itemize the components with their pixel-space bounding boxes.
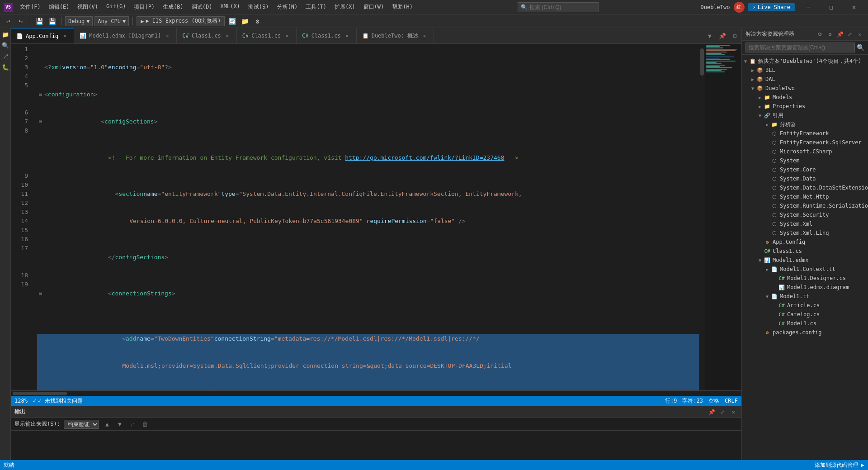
debug-config-dropdown[interactable]: Debug ▼ [65, 16, 93, 26]
tree-item-ms-csharp[interactable]: ⬡ Microsoft.CSharp [742, 147, 868, 156]
activity-explorer-icon[interactable]: 📁 [1, 30, 10, 39]
fold-5[interactable] [37, 190, 44, 208]
solution-sync-button[interactable]: ⟳ [816, 30, 825, 39]
output-up-icon[interactable]: ▲ [103, 420, 112, 429]
tab-class1-3-close[interactable]: ✕ [344, 32, 351, 39]
menu-view[interactable]: 视图(V) [74, 2, 102, 12]
menu-analyze[interactable]: 分析(N) [274, 2, 302, 12]
menu-test[interactable]: 测试(S) [245, 2, 273, 12]
user-avatar[interactable]: 红 [734, 2, 745, 13]
tree-item-designer-cs[interactable]: C# Model1.Designer.cs [742, 274, 868, 283]
tree-item-system-xmllinq[interactable]: ⬡ System.Xml.Linq [742, 228, 868, 237]
tree-item-system-data[interactable]: ⬡ System.Data [742, 174, 868, 183]
menu-window[interactable]: 窗口(W) [360, 2, 388, 12]
tree-item-system-security[interactable]: ⬡ System.Security [742, 210, 868, 219]
minimize-button[interactable]: ─ [798, 0, 819, 14]
solution-arrow-icon[interactable]: ▼ [742, 59, 749, 64]
tree-item-ef-sql[interactable]: ⬡ EntityFramework.SqlServer [742, 138, 868, 147]
menu-help[interactable]: 帮助(H) [388, 2, 416, 12]
menu-extensions[interactable]: 扩展(X) [331, 2, 359, 12]
output-source-select[interactable]: 约束验证 [64, 420, 99, 429]
model1edmx-arrow-icon[interactable]: ▼ [756, 258, 764, 263]
dal-arrow-icon[interactable]: ▶ [749, 77, 756, 82]
refs-arrow-icon[interactable]: ▼ [756, 113, 764, 118]
output-expand-button[interactable]: ⤢ [718, 408, 727, 417]
output-pin-button[interactable]: 📌 [707, 408, 716, 417]
tab-appconfig[interactable]: 📄 App.Config ✕ [11, 28, 74, 44]
fold-8[interactable] [37, 334, 44, 352]
analyzer-arrow-icon[interactable]: ▶ [764, 122, 771, 127]
no-issues-badge[interactable]: ✓ ✓ 未找到相关问题 [33, 397, 83, 405]
horizontal-scrollbar[interactable] [11, 390, 741, 396]
output-clear-icon[interactable]: 🗑 [141, 420, 150, 429]
tab-class1-1-close[interactable]: ✕ [224, 32, 231, 39]
settings-button[interactable]: ⚙ [252, 16, 263, 27]
tree-item-edmx-diagram[interactable]: 📊 Model1.edmx.diagram [742, 283, 868, 292]
run-button[interactable]: ▶ ▶ IIS Express (QQ浏览器) [137, 16, 225, 26]
tree-item-system-dataset[interactable]: ⬡ System.Data.DataSetExtensions [742, 183, 868, 192]
menu-git[interactable]: Git(G) [103, 2, 129, 12]
menu-build[interactable]: 生成(B) [159, 2, 187, 12]
tab-class1-2-close[interactable]: ✕ [283, 32, 291, 39]
tab-edmx-close[interactable]: ✕ [164, 32, 171, 39]
tree-item-appconfig[interactable]: ⚙ App.Config [742, 237, 868, 247]
activity-git-icon[interactable]: ⎇ [1, 52, 10, 61]
output-close-button[interactable]: ✕ [729, 408, 738, 417]
tree-item-article-cs[interactable]: C# Article.cs [742, 301, 868, 310]
tree-item-model1edmx[interactable]: ▼ 📊 Model1.edmx [742, 256, 868, 265]
tree-item-solution[interactable]: ▼ 📋 解决方案'DuebleTwo'(4个项目，共4个) [742, 57, 868, 66]
tree-item-class1[interactable]: C# Class1.cs [742, 247, 868, 256]
tree-item-refs[interactable]: ▼ 🔗 引用 [742, 111, 868, 120]
vertical-scrollbar[interactable] [699, 44, 705, 390]
code-text[interactable]: <?xml version="1.0" encoding="utf-8"?> ⊟… [33, 44, 699, 390]
menu-edit[interactable]: 编辑(E) [45, 2, 73, 12]
model1-tt-arrow-icon[interactable]: ▼ [764, 294, 771, 299]
menu-project[interactable]: 项目(P) [130, 2, 158, 12]
bll-arrow-icon[interactable]: ▶ [749, 68, 756, 73]
output-down-icon[interactable]: ▼ [115, 420, 124, 429]
menu-xml[interactable]: XML(X) [217, 2, 243, 12]
global-search-box[interactable]: 🔍 [518, 2, 599, 12]
tab-overview-close[interactable]: ✕ [421, 32, 428, 39]
context-tt-arrow-icon[interactable]: ▶ [764, 267, 771, 272]
redo-button[interactable]: ↪ [15, 16, 26, 27]
tree-item-packages-config[interactable]: ⚙ packages.config [742, 328, 868, 337]
menu-file[interactable]: 文件(F) [16, 2, 44, 12]
tab-close-button[interactable]: ✕ [61, 33, 68, 40]
tree-item-properties[interactable]: ▶ 📁 Properties [742, 102, 868, 111]
platform-dropdown[interactable]: Any CPU ▼ [94, 16, 129, 26]
tree-item-system-nethttp[interactable]: ⬡ System.Net.Http [742, 192, 868, 201]
save-all-button[interactable]: 💾 [47, 16, 57, 27]
tree-item-analyzer[interactable]: ▶ 📁 分析器 [742, 120, 868, 129]
scroll-thumb[interactable] [700, 48, 704, 76]
undo-button[interactable]: ↩ [3, 16, 14, 27]
output-wrap-icon[interactable]: ⇌ [128, 420, 137, 429]
save-button[interactable]: 💾 [34, 16, 45, 27]
tab-class1-3[interactable]: C# Class1.cs ✕ [297, 28, 356, 44]
tree-item-model1-cs[interactable]: C# Model1.cs [742, 319, 868, 328]
solution-filter-button[interactable]: ⚙ [826, 30, 835, 39]
menu-debug[interactable]: 调试(D) [188, 2, 216, 12]
code-editor[interactable]: 1 2 3 4 5 6 7 8 9 10 11 12 13 [11, 44, 741, 390]
tree-item-bll[interactable]: ▶ 📦 BLL [742, 66, 868, 75]
solution-close-button[interactable]: ✕ [855, 30, 864, 39]
duebletwo-arrow-icon[interactable]: ▼ [749, 86, 756, 91]
tree-item-ef[interactable]: ⬡ EntityFramework [742, 129, 868, 138]
models-arrow-icon[interactable]: ▶ [756, 95, 764, 100]
menu-tools[interactable]: 工具(T) [302, 2, 330, 12]
folder-button[interactable]: 📁 [239, 16, 250, 27]
tab-overview[interactable]: 📋 DuebleTwo: 概述 ✕ [357, 28, 434, 44]
tab-class1-1[interactable]: C# Class1.cs ✕ [177, 28, 236, 44]
source-control-button[interactable]: 添加到源代码管理 ▶ [815, 461, 864, 469]
maximize-button[interactable]: □ [821, 0, 842, 14]
fold-7[interactable]: ⊟ [37, 289, 44, 298]
solution-pin-button[interactable]: 📌 [835, 30, 844, 39]
h-scroll-thumb[interactable] [13, 392, 67, 395]
tab-edmx[interactable]: 📊 Model1.edmx [Diagram1] ✕ [74, 28, 177, 44]
tree-item-system-core[interactable]: ⬡ System.Core [742, 165, 868, 174]
tab-split-button[interactable]: ⊞ [729, 29, 741, 42]
activity-debug-icon[interactable]: 🐛 [1, 62, 10, 71]
live-share-button[interactable]: ⚡ Live Share [748, 3, 795, 11]
tree-item-context-tt[interactable]: ▶ 📄 Model1.Context.tt [742, 265, 868, 274]
tree-item-system-runtime[interactable]: ⬡ System.Runtime.Serialization [742, 201, 868, 210]
